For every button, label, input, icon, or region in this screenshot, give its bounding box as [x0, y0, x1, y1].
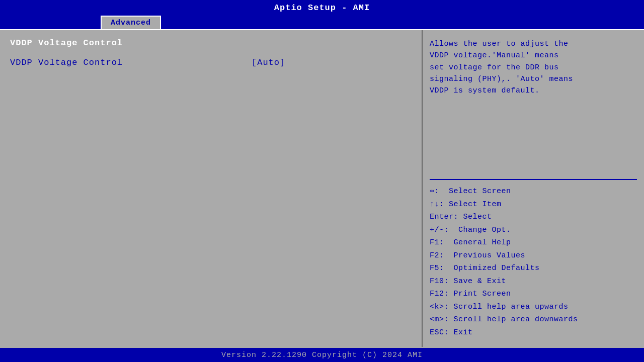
- key-f10-label: F10:: [430, 277, 449, 286]
- left-panel: VDDP Voltage Control VDDP Voltage Contro…: [0, 30, 423, 347]
- key-updown-action: Select Item: [449, 200, 502, 209]
- key-binding-f2: F2: Previous Values: [430, 249, 637, 262]
- key-binding-esc: ESC: Exit: [430, 326, 637, 339]
- footer: Version 2.22.1290 Copyright (C) 2024 AMI: [0, 347, 644, 362]
- key-updown-icon: ↑↓:: [430, 200, 444, 209]
- key-f12-action: Print Screen: [454, 290, 511, 298]
- key-enter-label: Enter:: [430, 213, 458, 221]
- title-bar: Aptio Setup - AMI: [0, 0, 644, 15]
- right-panel: Allows the user to adjust theVDDP voltag…: [423, 30, 644, 347]
- key-plusminus-label: +/-:: [430, 226, 449, 234]
- key-binding-f12: F12: Print Screen: [430, 288, 637, 301]
- tab-advanced[interactable]: Advanced: [101, 16, 161, 29]
- key-binding-f10: F10: Save & Exit: [430, 275, 637, 288]
- key-arrows-icon: ⇔:: [430, 187, 439, 196]
- key-plusminus-action: Change Opt.: [458, 226, 511, 234]
- key-binding-enter: Enter: Select: [430, 211, 637, 224]
- key-binding-plusminus: +/-: Change Opt.: [430, 224, 637, 237]
- setting-row-vddp[interactable]: VDDP Voltage Control [Auto]: [10, 58, 412, 67]
- key-esc-action: Exit: [454, 328, 473, 337]
- divider: [430, 179, 637, 180]
- footer-text: Version 2.22.1290 Copyright (C) 2024 AMI: [221, 351, 423, 359]
- key-f1-label: F1:: [430, 238, 444, 247]
- key-m-label: <m>:: [430, 315, 449, 324]
- key-binding-k: <k>: Scroll help area upwards: [430, 301, 637, 314]
- key-enter-action: Select: [463, 213, 492, 221]
- key-m-action: Scroll help area downwards: [454, 315, 578, 324]
- app-title: Aptio Setup - AMI: [274, 3, 370, 13]
- key-f5-action: Optimized Defaults: [454, 264, 540, 273]
- key-f1-action: General Help: [454, 238, 511, 247]
- key-binding-f5: F5: Optimized Defaults: [430, 262, 637, 275]
- main-content: VDDP Voltage Control VDDP Voltage Contro…: [0, 29, 644, 347]
- tab-bar: Advanced: [0, 15, 644, 29]
- key-f2-label: F2:: [430, 251, 444, 260]
- key-esc-label: ESC:: [430, 328, 449, 337]
- left-panel-title: VDDP Voltage Control: [10, 38, 412, 48]
- key-binding-arrows: ⇔: Select Screen: [430, 185, 637, 198]
- app: Aptio Setup - AMI Advanced VDDP Voltage …: [0, 0, 644, 362]
- key-k-label: <k>:: [430, 303, 449, 311]
- tab-advanced-label: Advanced: [111, 19, 151, 27]
- key-f5-label: F5:: [430, 264, 444, 273]
- key-f2-action: Previous Values: [454, 251, 526, 260]
- key-k-action: Scroll help area upwards: [454, 303, 569, 311]
- help-text: Allows the user to adjust theVDDP voltag…: [430, 38, 637, 174]
- setting-value-vddp: [Auto]: [252, 58, 285, 67]
- key-arrows-action: Select Screen: [449, 187, 511, 196]
- key-binding-f1: F1: General Help: [430, 236, 637, 249]
- key-f12-label: F12:: [430, 290, 449, 298]
- key-help: ⇔: Select Screen ↑↓: Select Item Enter: …: [430, 185, 637, 339]
- key-f10-action: Save & Exit: [454, 277, 507, 286]
- help-text-content: Allows the user to adjust theVDDP voltag…: [430, 40, 573, 95]
- setting-label-vddp: VDDP Voltage Control: [10, 58, 252, 67]
- key-binding-updown: ↑↓: Select Item: [430, 198, 637, 211]
- key-binding-m: <m>: Scroll help area downwards: [430, 313, 637, 326]
